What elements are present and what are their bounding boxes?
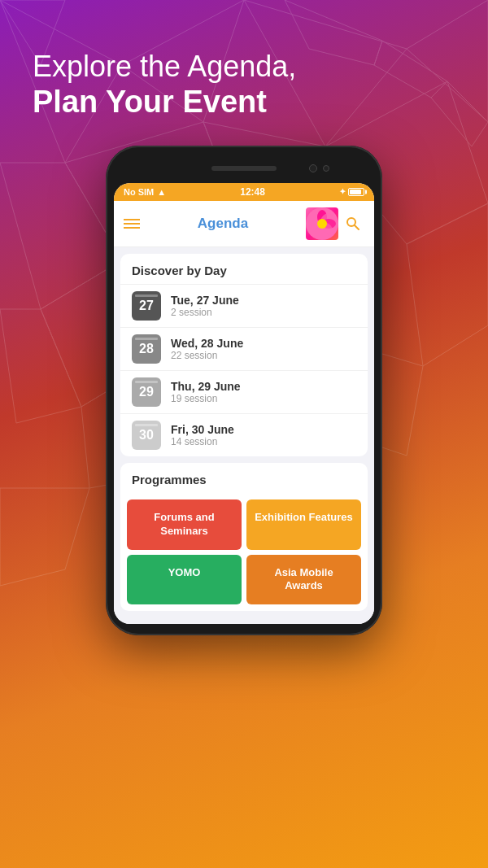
- day-info-30: Fri, 30 June 14 session: [171, 423, 234, 447]
- app-title: Agenda: [198, 216, 248, 232]
- exhibition-features-button[interactable]: Exhibition Features: [246, 499, 361, 550]
- session-count-30: 14 session: [171, 436, 234, 447]
- day-badge-27: 27: [132, 291, 161, 321]
- discover-by-day-card: Discover by Day 27 Tue, 27 June 2 sessio…: [120, 254, 368, 456]
- hamburger-line1: [124, 219, 140, 220]
- day-badge-28: 28: [132, 334, 161, 364]
- day-info-28: Wed, 28 June 22 session: [171, 337, 243, 361]
- status-time: 12:48: [240, 186, 265, 198]
- header-decoration: [306, 207, 338, 240]
- day-info-29: Thu, 29 June 19 session: [171, 380, 241, 404]
- day-badge-29: 29: [132, 377, 161, 407]
- day-badge-30: 30: [132, 421, 161, 450]
- status-left: No SIM ▲: [124, 187, 166, 197]
- search-icon: [346, 216, 360, 231]
- hero-line1: Explore the Agenda,: [33, 49, 455, 84]
- phone-notch: [114, 157, 374, 180]
- svg-line-27: [355, 225, 359, 229]
- battery-icon: [348, 188, 364, 196]
- programmes-section-title: Programmes: [120, 463, 368, 493]
- header-right: [306, 207, 364, 240]
- phone-mockup: No SIM ▲ 12:48 ✦ Agenda: [0, 146, 488, 636]
- programmes-card: Programmes Forums andSeminars Exhibition…: [120, 463, 368, 612]
- status-right: ✦: [339, 187, 364, 196]
- hamburger-menu-button[interactable]: [124, 219, 140, 229]
- phone-screen: No SIM ▲ 12:48 ✦ Agenda: [114, 183, 374, 625]
- programmes-grid: Forums andSeminars Exhibition Features Y…: [120, 493, 368, 612]
- session-count-29: 19 session: [171, 393, 241, 404]
- day-item-28[interactable]: 28 Wed, 28 June 22 session: [120, 327, 368, 370]
- wifi-icon: ▲: [157, 187, 166, 197]
- day-item-30[interactable]: 30 Fri, 30 June 14 session: [120, 413, 368, 456]
- forums-seminars-button[interactable]: Forums andSeminars: [127, 499, 242, 550]
- flower-image: [306, 207, 338, 240]
- carrier-text: No SIM: [124, 187, 154, 197]
- hero-section: Explore the Agenda, Plan Your Event: [0, 0, 488, 137]
- phone-camera-main: [309, 164, 317, 172]
- session-count-27: 2 session: [171, 307, 239, 318]
- hamburger-line2: [124, 223, 140, 225]
- bluetooth-icon: ✦: [339, 187, 346, 196]
- phone-frame: No SIM ▲ 12:48 ✦ Agenda: [106, 146, 382, 636]
- discover-section-title: Discover by Day: [120, 254, 368, 284]
- asia-mobile-awards-button[interactable]: Asia Mobile Awards: [246, 555, 361, 605]
- yomo-button[interactable]: YOMO: [127, 555, 242, 605]
- day-name-30: Fri, 30 June: [171, 423, 234, 436]
- day-item-29[interactable]: 29 Thu, 29 June 19 session: [120, 370, 368, 413]
- session-count-28: 22 session: [171, 350, 243, 361]
- svg-point-25: [317, 219, 327, 229]
- hero-line2: Plan Your Event: [33, 84, 455, 121]
- day-item-27[interactable]: 27 Tue, 27 June 2 session: [120, 284, 368, 327]
- app-header: Agenda: [114, 201, 374, 247]
- battery-fill: [350, 190, 361, 194]
- day-name-28: Wed, 28 June: [171, 337, 243, 350]
- search-button[interactable]: [342, 212, 364, 235]
- phone-camera-secondary: [323, 165, 329, 172]
- app-content: Discover by Day 27 Tue, 27 June 2 sessio…: [114, 247, 374, 625]
- day-name-29: Thu, 29 June: [171, 380, 241, 393]
- phone-speaker: [211, 166, 277, 171]
- day-info-27: Tue, 27 June 2 session: [171, 294, 239, 318]
- day-name-27: Tue, 27 June: [171, 294, 239, 307]
- hamburger-line3: [124, 227, 140, 229]
- status-bar: No SIM ▲ 12:48 ✦: [114, 183, 374, 201]
